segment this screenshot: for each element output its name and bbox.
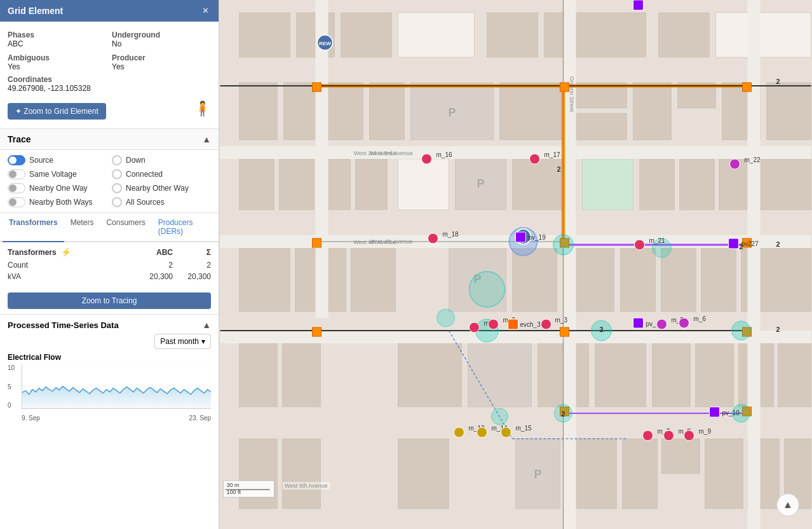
trace-collapse-button[interactable]: ▲ xyxy=(202,134,211,144)
scroll-top-button[interactable]: ▲ xyxy=(776,493,799,516)
svg-rect-83 xyxy=(560,327,569,336)
svg-text:West 4th Avenue: West 4th Avenue xyxy=(370,238,413,245)
svg-rect-15 xyxy=(370,83,405,140)
svg-rect-85 xyxy=(743,83,752,92)
row-count-sigma: 2 xyxy=(173,261,211,270)
svg-rect-26 xyxy=(280,159,315,210)
svg-rect-120 xyxy=(729,238,739,249)
trace-nearby-one-way[interactable]: Nearby One Way xyxy=(8,183,107,193)
svg-rect-80 xyxy=(313,327,321,336)
tab-producers[interactable]: Producers(DERs) xyxy=(152,213,200,242)
all-sources-radio[interactable] xyxy=(112,197,122,207)
svg-text:m_15: m_15 xyxy=(516,425,532,432)
svg-rect-6 xyxy=(341,13,392,57)
svg-text:2: 2 xyxy=(557,165,560,173)
trace-source[interactable]: Source xyxy=(8,155,107,165)
trace-options: Source Down Same Voltage Connected Nearb… xyxy=(0,150,219,213)
timeseries-collapse-button[interactable]: ▲ xyxy=(202,320,211,330)
row-kva-label: kVA xyxy=(8,272,135,281)
zoom-tracing-button[interactable]: Zoom to Tracing xyxy=(8,292,211,309)
x-axis-labels: 9. Sep 23. Sep xyxy=(22,415,211,422)
svg-rect-66 xyxy=(705,439,743,509)
all-sources-label: All Sources xyxy=(126,198,165,207)
svg-rect-81 xyxy=(560,83,569,92)
trace-nearby-both-ways[interactable]: Nearby Both Ways xyxy=(8,197,107,207)
nearby-both-ways-toggle[interactable] xyxy=(8,197,25,207)
row-count-abc: 2 xyxy=(135,261,173,270)
svg-rect-54 xyxy=(653,343,691,407)
ambiguous-value: Yes xyxy=(8,62,107,71)
svg-text:m_18: m_18 xyxy=(443,231,459,238)
svg-text:2: 2 xyxy=(776,326,780,333)
tab-transformers[interactable]: Transformers xyxy=(3,213,64,242)
same-voltage-label: Same Voltage xyxy=(29,170,77,179)
svg-rect-7 xyxy=(398,13,475,57)
col-abc: ABC xyxy=(135,248,173,257)
svg-text:West 3rd Avenue: West 3rd Avenue xyxy=(370,150,413,156)
same-voltage-toggle[interactable] xyxy=(8,169,25,179)
panel-title: Grid Element xyxy=(8,6,63,16)
nearby-other-way-radio[interactable] xyxy=(112,183,122,193)
svg-point-133 xyxy=(657,319,667,329)
chevron-up-icon: ▲ xyxy=(783,499,793,511)
svg-text:P: P xyxy=(477,177,484,190)
nearby-both-ways-label: Nearby Both Ways xyxy=(29,198,93,207)
dropdown-arrow-icon: ▾ xyxy=(201,337,205,346)
svg-rect-34 xyxy=(640,159,675,210)
tab-meters[interactable]: Meters xyxy=(64,213,100,242)
svg-text:pv227: pv227 xyxy=(741,240,759,247)
svg-point-98 xyxy=(470,271,505,307)
row-count-label: Count xyxy=(8,261,135,270)
svg-text:pv_19: pv_19 xyxy=(529,234,546,241)
svg-rect-35 xyxy=(680,159,715,210)
svg-rect-51 xyxy=(468,343,532,407)
left-panel: Grid Element × Phases ABC Underground No… xyxy=(0,0,219,529)
col-sigma: Σ xyxy=(173,248,211,257)
trace-same-voltage[interactable]: Same Voltage xyxy=(8,169,107,179)
svg-text:m_21: m_21 xyxy=(649,237,665,244)
zoom-grid-button[interactable]: ✦ Zoom to Grid Element xyxy=(8,103,106,120)
underground-value: No xyxy=(112,39,211,48)
svg-text:30 m: 30 m xyxy=(227,482,240,488)
trace-all-sources[interactable]: All Sources xyxy=(112,197,211,207)
svg-point-141 xyxy=(501,427,511,437)
svg-rect-44 xyxy=(621,248,656,312)
y-label-10: 10 xyxy=(8,364,20,371)
producer-value: Yes xyxy=(112,62,211,71)
map-area[interactable]: P P P xyxy=(219,0,812,529)
period-dropdown[interactable]: Past month ▾ xyxy=(154,334,211,349)
source-toggle[interactable] xyxy=(8,155,25,165)
svg-rect-131 xyxy=(633,318,644,328)
svg-point-94 xyxy=(732,321,751,340)
svg-text:2: 2 xyxy=(776,240,780,248)
svg-text:Ontario Street: Ontario Street xyxy=(569,76,575,113)
svg-rect-11 xyxy=(716,13,811,57)
svg-rect-29 xyxy=(398,159,449,210)
connected-radio[interactable] xyxy=(112,169,122,179)
nearby-one-way-label: Nearby One Way xyxy=(29,184,88,193)
coordinates-value: 49.267908, -123.105328 xyxy=(8,84,211,93)
svg-point-137 xyxy=(454,427,464,437)
trace-connected[interactable]: Connected xyxy=(112,169,211,179)
chart-title: Electrical Flow xyxy=(8,353,211,362)
svg-text:P: P xyxy=(534,468,541,481)
close-button[interactable]: × xyxy=(200,5,211,17)
trace-nearby-other-way[interactable]: Nearby Other Way xyxy=(112,183,211,193)
svg-rect-69 xyxy=(220,146,811,159)
table-title-text: Transformers xyxy=(8,248,57,257)
svg-rect-33 xyxy=(583,159,633,210)
svg-rect-49 xyxy=(283,343,321,407)
trace-down[interactable]: Down xyxy=(112,155,211,165)
table-row: kVA 20,300 20,300 xyxy=(8,271,211,282)
svg-point-112 xyxy=(730,159,740,169)
svg-rect-55 xyxy=(696,343,734,407)
timeseries-title: Processed Time-Series Data xyxy=(8,320,119,330)
svg-rect-64 xyxy=(623,439,658,509)
svg-text:m_9: m_9 xyxy=(699,428,712,435)
down-radio[interactable] xyxy=(112,155,122,165)
svg-rect-78 xyxy=(313,83,321,92)
svg-rect-24 xyxy=(767,83,811,140)
nearby-one-way-toggle[interactable] xyxy=(8,183,25,193)
tab-consumers[interactable]: Consumers xyxy=(100,213,151,242)
svg-rect-60 xyxy=(398,439,449,509)
